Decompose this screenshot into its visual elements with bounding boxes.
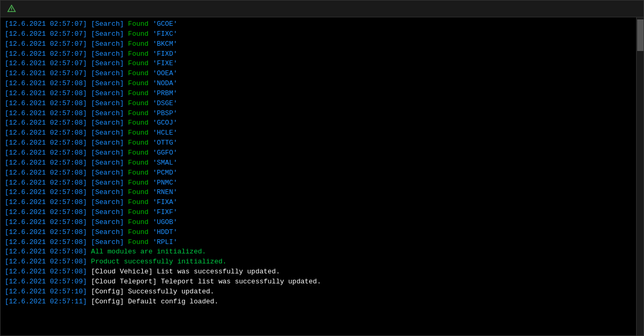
app-icon [7, 4, 16, 14]
log-line: [12.6.2021 02:57:08] [Search] Found 'PCM… [5, 168, 632, 178]
log-line: [12.6.2021 02:57:08] [Search] Found 'RPL… [5, 238, 632, 248]
log-line: [12.6.2021 02:57:08] [Search] Found 'PNM… [5, 178, 632, 188]
close-button[interactable] [615, 1, 639, 17]
log-line: [12.6.2021 02:57:08] [Search] Found 'RNE… [5, 188, 632, 198]
log-line: [12.6.2021 02:57:08] All modules are ini… [5, 247, 632, 257]
log-line: [12.6.2021 02:57:08] [Search] Found 'NOD… [5, 79, 632, 89]
log-line: [12.6.2021 02:57:08] [Search] Found 'HCL… [5, 128, 632, 138]
titlebar-controls [564, 1, 639, 17]
terminal-output[interactable]: [12.6.2021 02:57:07] [Search] Found 'GCO… [1, 17, 636, 335]
log-line: [12.6.2021 02:57:07] [Search] Found 'FIX… [5, 59, 632, 69]
log-line: [12.6.2021 02:57:08] [Search] Found 'GCO… [5, 118, 632, 128]
maximize-button[interactable] [590, 1, 614, 17]
main-window: [12.6.2021 02:57:07] [Search] Found 'GCO… [0, 0, 644, 336]
log-line: [12.6.2021 02:57:08] [Search] Found 'GGF… [5, 148, 632, 158]
log-line: [12.6.2021 02:57:08] [Search] Found 'SMA… [5, 158, 632, 168]
log-line: [12.6.2021 02:57:10] [Config] Successful… [5, 287, 632, 297]
log-line: [12.6.2021 02:57:11] [Config] Default co… [5, 297, 632, 307]
log-line: [12.6.2021 02:57:07] [Search] Found 'GCO… [5, 19, 632, 29]
log-line: [12.6.2021 02:57:08] [Search] Found 'FIX… [5, 198, 632, 208]
log-line: [12.6.2021 02:57:08] [Cloud Vehicle] Lis… [5, 267, 632, 277]
scrollbar[interactable] [636, 17, 643, 335]
titlebar-left [7, 4, 21, 14]
log-line: [12.6.2021 02:57:07] [Search] Found 'BKC… [5, 39, 632, 49]
log-line: [12.6.2021 02:57:08] [Search] Found 'PRB… [5, 89, 632, 99]
svg-point-2 [11, 11, 12, 12]
log-line: [12.6.2021 02:57:08] [Search] Found 'DSG… [5, 99, 632, 109]
log-line: [12.6.2021 02:57:08] [Search] Found 'PBS… [5, 109, 632, 119]
log-line: [12.6.2021 02:57:07] [Search] Found 'FIX… [5, 49, 632, 59]
log-line: [12.6.2021 02:57:07] [Search] Found 'FIX… [5, 29, 632, 39]
scrollbar-thumb[interactable] [637, 19, 643, 51]
log-line: [12.6.2021 02:57:08] Product successfull… [5, 257, 632, 267]
minimize-button[interactable] [564, 1, 589, 17]
log-line: [12.6.2021 02:57:07] [Search] Found 'OOE… [5, 69, 632, 79]
titlebar [1, 1, 643, 17]
log-line: [12.6.2021 02:57:08] [Search] Found 'OTT… [5, 138, 632, 148]
log-line: [12.6.2021 02:57:08] [Search] Found 'UGO… [5, 218, 632, 228]
log-line: [12.6.2021 02:57:08] [Search] Found 'FIX… [5, 208, 632, 218]
content-area: [12.6.2021 02:57:07] [Search] Found 'GCO… [1, 17, 643, 335]
log-line: [12.6.2021 02:57:09] [Cloud Teleport] Te… [5, 277, 632, 287]
log-line: [12.6.2021 02:57:08] [Search] Found 'HDD… [5, 228, 632, 238]
